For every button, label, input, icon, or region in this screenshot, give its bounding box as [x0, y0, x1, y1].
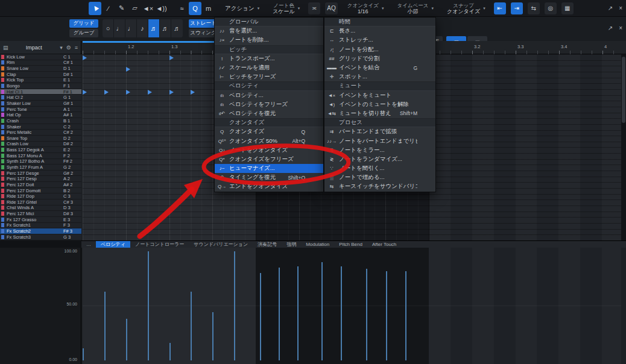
- note-event[interactable]: [126, 90, 130, 95]
- menu-item[interactable]: ▬▬イベントを結合G: [324, 63, 435, 72]
- snap-to-start-button[interactable]: ⇤: [494, 2, 506, 14]
- drum-row[interactable]: BongoF 1: [0, 83, 81, 89]
- lane-tab[interactable]: 演奏記号: [253, 241, 282, 248]
- velocity-bar-handle[interactable]: [386, 271, 387, 360]
- drum-row[interactable]: Hat OpA# 1: [0, 112, 81, 118]
- lane-tab[interactable]: ノートコントローラー: [130, 241, 189, 248]
- note-event[interactable]: [126, 67, 130, 72]
- velocity-bar-handle[interactable]: [104, 292, 106, 360]
- drum-row[interactable]: Synth 127 Botho AF# 2: [0, 159, 81, 165]
- menu-item[interactable]: ⇉パートエンドまで拡張: [324, 127, 435, 136]
- straight-button[interactable]: ストレート: [189, 19, 218, 28]
- velocity-bar-handle[interactable]: [260, 273, 261, 360]
- menu-item[interactable]: ##グリッドで分割: [324, 54, 435, 63]
- drum-row[interactable]: Synth 127 Frum AG 2: [0, 165, 81, 171]
- list-icon[interactable]: ≡: [75, 45, 78, 51]
- menu-item[interactable]: ⊏長さ...: [324, 27, 435, 36]
- velocity-bar-handle[interactable]: [191, 292, 192, 360]
- menu-item[interactable]: Q*クオンタイズをフリーズ: [215, 155, 323, 164]
- drum-row[interactable]: CrashB 1: [0, 118, 81, 124]
- lane-tab[interactable]: ベロシティ: [96, 241, 130, 248]
- velocity-bar-handle[interactable]: [297, 266, 299, 360]
- drum-row[interactable]: Perc 127 MiciD# 3: [0, 211, 81, 217]
- note-event[interactable]: [83, 90, 87, 95]
- autoquantize-button[interactable]: AQ: [325, 2, 337, 14]
- drum-row[interactable]: Fx Scratch3G 3: [0, 234, 81, 240]
- note-value-button[interactable]: ♬: [160, 19, 171, 37]
- vertical-scrollbar[interactable]: [621, 54, 626, 240]
- drum-row[interactable]: Fx 127 GrassoE 3: [0, 217, 81, 223]
- drum-row[interactable]: Bass 127 Degok AE 2: [0, 147, 81, 153]
- menu-item[interactable]: ♪~ヒューマナイズ...: [215, 164, 323, 173]
- lane-tab[interactable]: After Touch: [367, 241, 401, 248]
- drum-row[interactable]: Kick TopE 1: [0, 78, 81, 84]
- wrench-icon[interactable]: ⚙: [66, 45, 71, 51]
- drum-row[interactable]: Perc 127 DesgeG# 2: [0, 171, 81, 177]
- note-event[interactable]: [148, 90, 152, 95]
- velocity-bar-handle[interactable]: [169, 343, 171, 360]
- menu-item[interactable]: ◄)イベントのミュートを解除: [324, 100, 435, 109]
- menu-item[interactable]: ılıベロシティをフリーズ: [215, 100, 323, 109]
- lane-tab[interactable]: Pitch Bend: [334, 241, 367, 248]
- menu-item[interactable]: ↕トランスポーズ...: [215, 54, 323, 63]
- drum-row[interactable]: Perc ToneA 1: [0, 107, 81, 113]
- velocity-bar-handle[interactable]: [212, 312, 213, 360]
- drum-row[interactable]: Fx Scratch1F 3: [0, 223, 81, 229]
- drum-row[interactable]: Snare TopD 2: [0, 136, 81, 142]
- expand-icon[interactable]: ↗: [608, 5, 613, 11]
- drum-row[interactable]: RimC# 1: [0, 60, 81, 66]
- drum-row[interactable]: Chst Winds AD 3: [0, 206, 81, 212]
- menu-item[interactable]: ✛スポット...: [324, 72, 435, 81]
- drum-row[interactable]: ShakerC 2: [0, 124, 81, 130]
- menu-item[interactable]: Q→エンドをクオンタイズ: [215, 182, 323, 191]
- drum-row[interactable]: Hat Cl 1F# 1: [0, 89, 81, 95]
- drum-row[interactable]: Shaker LowG# 1: [0, 101, 81, 107]
- drum-row[interactable]: Kick LowC 1: [0, 54, 81, 60]
- menu-item[interactable]: ♪×ノートを削除...: [215, 36, 323, 45]
- velocity-bar-handle[interactable]: [321, 262, 323, 360]
- chevron-down-icon[interactable]: ▾: [60, 45, 63, 51]
- menu-item[interactable]: ⇅ノートをミラー...: [324, 146, 435, 155]
- menu-item[interactable]: ◄×イベントをミュート: [324, 91, 435, 100]
- line-tool[interactable]: ∕: [102, 2, 115, 15]
- lane-tab[interactable]: サウンドバリエーション: [189, 241, 253, 248]
- velocity-bar-handle[interactable]: [83, 348, 84, 360]
- drum-row[interactable]: Perc MetalicC# 2: [0, 130, 81, 136]
- note-value-button[interactable]: ♩: [114, 19, 125, 37]
- instrument-name[interactable]: Impact: [8, 45, 60, 51]
- menu-item[interactable]: ∵ノートを間引く...: [324, 164, 435, 173]
- grid-button[interactable]: グリッド: [69, 19, 98, 28]
- menu-item[interactable]: ⇆キースイッチをサウンドバリエーションに変換: [324, 182, 435, 191]
- note-event[interactable]: [104, 90, 109, 95]
- drum-row[interactable]: Bass 127 Monu AF 2: [0, 153, 81, 159]
- menu-item[interactable]: ▒ノートで埋める...: [324, 173, 435, 182]
- note-color-select[interactable]: ノート色スケール▾: [269, 1, 303, 16]
- velocity-bar-handle[interactable]: [341, 266, 342, 360]
- menu-item[interactable]: ılıベロシティ...: [215, 91, 323, 100]
- velocity-bar-handle[interactable]: [234, 251, 235, 360]
- menu-item[interactable]: ♪¦ノートを分配...: [324, 45, 435, 54]
- menu-item[interactable]: ♪✓スケールを適用: [215, 63, 323, 72]
- velocity-lane[interactable]: [81, 248, 626, 364]
- action-menu-button[interactable]: アクション▾: [221, 1, 263, 16]
- mute-tool[interactable]: ◄×: [142, 2, 154, 15]
- note-event[interactable]: [169, 90, 174, 95]
- snap-to-end-button[interactable]: ⇥: [511, 2, 523, 14]
- velocity-bar-handle[interactable]: [366, 269, 367, 360]
- scrollbar-thumb[interactable]: [622, 57, 625, 123]
- drum-row[interactable]: Ride 127 DopC 3: [0, 193, 81, 199]
- listen-tool[interactable]: ◄)): [155, 2, 168, 15]
- menu-item[interactable]: ≷ノートをランダマイズ...: [324, 155, 435, 164]
- drum-row[interactable]: Fx Scratch2F# 3: [0, 228, 81, 234]
- note-length-icon[interactable]: ≍: [308, 2, 320, 14]
- macro-tool[interactable]: m: [202, 2, 215, 15]
- lane-tab[interactable]: Modulation: [301, 241, 334, 248]
- note-value-button[interactable]: ○: [103, 19, 114, 37]
- expand-icon[interactable]: ↗: [608, 25, 613, 31]
- note-value-button[interactable]: ♩: [125, 19, 137, 37]
- menu-item[interactable]: QクオンタイズQ: [215, 127, 323, 136]
- timebase-select[interactable]: タイムベース小節▾: [393, 1, 437, 16]
- menu-item[interactable]: ♪♪→ノートをパートエンドまでリピート: [324, 136, 435, 145]
- note-value-button[interactable]: ♬: [171, 19, 183, 37]
- arrow-tool[interactable]: ▶: [89, 2, 101, 15]
